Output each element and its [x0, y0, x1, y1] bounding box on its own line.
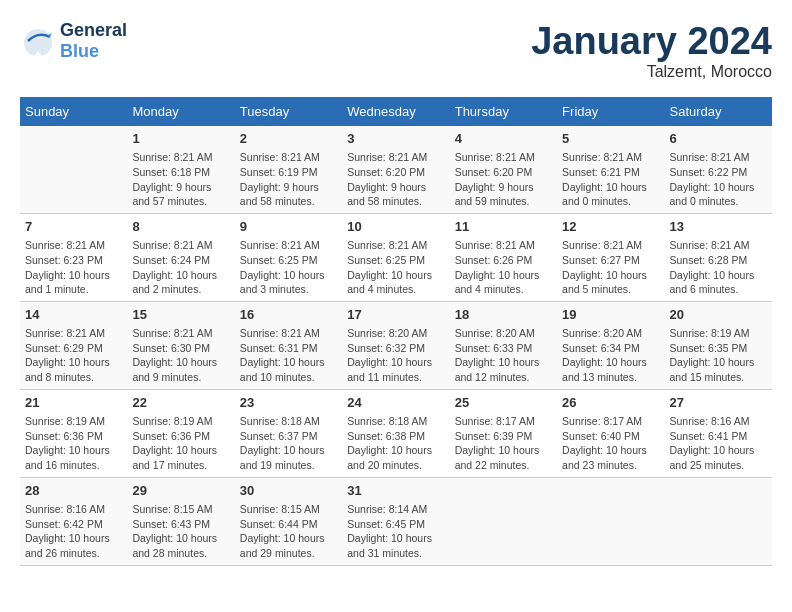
day-info-line: Sunrise: 8:18 AM: [240, 414, 337, 429]
day-number: 29: [132, 482, 229, 500]
day-info-line: Daylight: 10 hours: [240, 355, 337, 370]
day-info-line: and 16 minutes.: [25, 458, 122, 473]
calendar-body: 1Sunrise: 8:21 AMSunset: 6:18 PMDaylight…: [20, 126, 772, 565]
day-info-line: Sunrise: 8:19 AM: [25, 414, 122, 429]
day-number: 3: [347, 130, 444, 148]
day-info-line: Sunrise: 8:16 AM: [25, 502, 122, 517]
calendar-cell: 30Sunrise: 8:15 AMSunset: 6:44 PMDayligh…: [235, 477, 342, 565]
calendar-cell: 6Sunrise: 8:21 AMSunset: 6:22 PMDaylight…: [665, 126, 772, 213]
day-info-line: Sunrise: 8:21 AM: [562, 150, 659, 165]
day-info-line: Sunset: 6:44 PM: [240, 517, 337, 532]
calendar-cell: 9Sunrise: 8:21 AMSunset: 6:25 PMDaylight…: [235, 213, 342, 301]
location: Talzemt, Morocco: [531, 63, 772, 81]
week-row-1: 1Sunrise: 8:21 AMSunset: 6:18 PMDaylight…: [20, 126, 772, 213]
day-info-line: Sunrise: 8:21 AM: [240, 238, 337, 253]
day-info-line: Sunrise: 8:21 AM: [25, 326, 122, 341]
day-info-line: and 4 minutes.: [347, 282, 444, 297]
day-info-line: Sunset: 6:31 PM: [240, 341, 337, 356]
day-info-line: Sunset: 6:34 PM: [562, 341, 659, 356]
header-day-wednesday: Wednesday: [342, 97, 449, 126]
day-info-line: and 6 minutes.: [670, 282, 767, 297]
calendar-cell: 19Sunrise: 8:20 AMSunset: 6:34 PMDayligh…: [557, 301, 664, 389]
calendar-cell: 16Sunrise: 8:21 AMSunset: 6:31 PMDayligh…: [235, 301, 342, 389]
day-info-line: and 13 minutes.: [562, 370, 659, 385]
day-number: 24: [347, 394, 444, 412]
day-info-line: Sunset: 6:29 PM: [25, 341, 122, 356]
calendar-cell: 24Sunrise: 8:18 AMSunset: 6:38 PMDayligh…: [342, 389, 449, 477]
calendar-cell: 31Sunrise: 8:14 AMSunset: 6:45 PMDayligh…: [342, 477, 449, 565]
day-number: 10: [347, 218, 444, 236]
day-number: 23: [240, 394, 337, 412]
day-info-line: Daylight: 10 hours: [240, 443, 337, 458]
header-day-saturday: Saturday: [665, 97, 772, 126]
day-info-line: Daylight: 10 hours: [240, 268, 337, 283]
day-info-line: Sunrise: 8:21 AM: [132, 238, 229, 253]
day-info-line: Sunrise: 8:21 AM: [347, 150, 444, 165]
day-info-line: and 12 minutes.: [455, 370, 552, 385]
header-day-monday: Monday: [127, 97, 234, 126]
calendar-header: SundayMondayTuesdayWednesdayThursdayFrid…: [20, 97, 772, 126]
day-info-line: Daylight: 10 hours: [455, 268, 552, 283]
calendar-cell: 5Sunrise: 8:21 AMSunset: 6:21 PMDaylight…: [557, 126, 664, 213]
day-number: 26: [562, 394, 659, 412]
logo: General Blue: [20, 20, 127, 62]
day-info-line: Sunset: 6:25 PM: [240, 253, 337, 268]
calendar-cell: 2Sunrise: 8:21 AMSunset: 6:19 PMDaylight…: [235, 126, 342, 213]
day-info-line: and 3 minutes.: [240, 282, 337, 297]
calendar-cell: 10Sunrise: 8:21 AMSunset: 6:25 PMDayligh…: [342, 213, 449, 301]
day-number: 31: [347, 482, 444, 500]
day-info-line: Sunset: 6:20 PM: [455, 165, 552, 180]
day-info-line: Daylight: 10 hours: [132, 531, 229, 546]
calendar-cell: 20Sunrise: 8:19 AMSunset: 6:35 PMDayligh…: [665, 301, 772, 389]
day-number: 6: [670, 130, 767, 148]
day-info-line: Daylight: 9 hours: [132, 180, 229, 195]
day-info-line: Sunset: 6:25 PM: [347, 253, 444, 268]
day-info-line: Sunrise: 8:19 AM: [132, 414, 229, 429]
day-number: 15: [132, 306, 229, 324]
day-info-line: Sunset: 6:26 PM: [455, 253, 552, 268]
day-info-line: Daylight: 10 hours: [25, 355, 122, 370]
day-info-line: Daylight: 10 hours: [132, 268, 229, 283]
day-info-line: Sunrise: 8:21 AM: [132, 326, 229, 341]
day-info-line: Sunrise: 8:19 AM: [670, 326, 767, 341]
header-day-tuesday: Tuesday: [235, 97, 342, 126]
day-info-line: Daylight: 10 hours: [562, 443, 659, 458]
day-info-line: Daylight: 10 hours: [347, 443, 444, 458]
day-info-line: Daylight: 10 hours: [670, 180, 767, 195]
day-info-line: Sunrise: 8:21 AM: [25, 238, 122, 253]
header-day-friday: Friday: [557, 97, 664, 126]
day-info-line: and 4 minutes.: [455, 282, 552, 297]
day-number: 18: [455, 306, 552, 324]
day-info-line: Sunset: 6:19 PM: [240, 165, 337, 180]
day-number: 11: [455, 218, 552, 236]
day-number: 21: [25, 394, 122, 412]
day-info-line: and 31 minutes.: [347, 546, 444, 561]
day-info-line: Sunrise: 8:17 AM: [455, 414, 552, 429]
day-info-line: and 5 minutes.: [562, 282, 659, 297]
day-info-line: and 8 minutes.: [25, 370, 122, 385]
day-info-line: Sunrise: 8:20 AM: [347, 326, 444, 341]
day-info-line: and 25 minutes.: [670, 458, 767, 473]
calendar-cell: 25Sunrise: 8:17 AMSunset: 6:39 PMDayligh…: [450, 389, 557, 477]
calendar-table: SundayMondayTuesdayWednesdayThursdayFrid…: [20, 97, 772, 566]
day-info-line: Daylight: 10 hours: [25, 268, 122, 283]
calendar-cell: 29Sunrise: 8:15 AMSunset: 6:43 PMDayligh…: [127, 477, 234, 565]
header-day-sunday: Sunday: [20, 97, 127, 126]
day-info-line: Sunset: 6:40 PM: [562, 429, 659, 444]
day-info-line: Sunrise: 8:21 AM: [455, 150, 552, 165]
day-info-line: Sunrise: 8:20 AM: [562, 326, 659, 341]
calendar-cell: 18Sunrise: 8:20 AMSunset: 6:33 PMDayligh…: [450, 301, 557, 389]
day-info-line: Sunrise: 8:21 AM: [347, 238, 444, 253]
day-info-line: Daylight: 10 hours: [562, 180, 659, 195]
day-info-line: and 1 minute.: [25, 282, 122, 297]
day-info-line: Sunset: 6:43 PM: [132, 517, 229, 532]
page-header: General Blue January 2024 Talzemt, Moroc…: [20, 20, 772, 81]
day-number: 7: [25, 218, 122, 236]
day-number: 9: [240, 218, 337, 236]
day-info-line: Daylight: 10 hours: [670, 268, 767, 283]
day-info-line: Sunrise: 8:21 AM: [132, 150, 229, 165]
day-info-line: Daylight: 10 hours: [132, 443, 229, 458]
day-info-line: Sunrise: 8:21 AM: [670, 150, 767, 165]
day-info-line: and 58 minutes.: [240, 194, 337, 209]
calendar-cell: 11Sunrise: 8:21 AMSunset: 6:26 PMDayligh…: [450, 213, 557, 301]
